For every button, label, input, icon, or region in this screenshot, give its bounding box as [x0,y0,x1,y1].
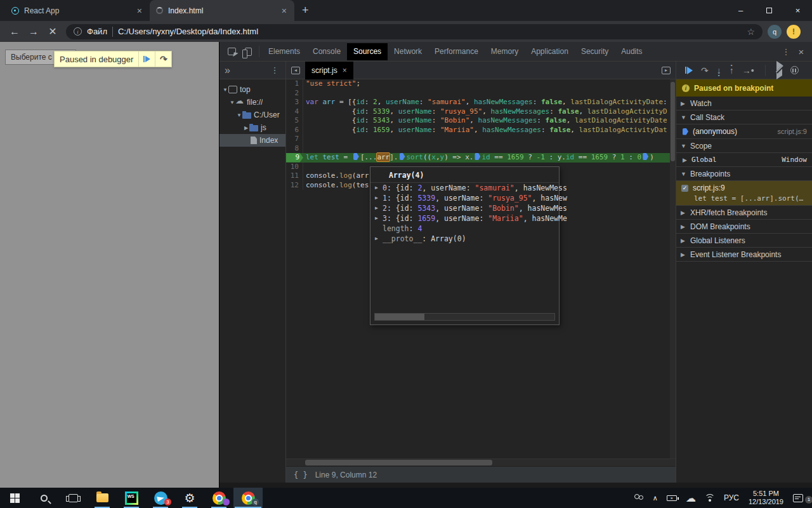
popup-property-row[interactable]: ▶1: {id: 5339, userName: "rusya_95", has… [370,193,559,203]
line-number[interactable]: 7 [286,135,303,144]
code-line[interactable]: 1"use strict"; [286,79,676,89]
tree-item-file[interactable]: ▼file:// [219,96,285,109]
line-number[interactable]: 2 [286,89,303,98]
section-call-stack[interactable]: ▼ Call Stack [676,110,812,124]
resume-script-button[interactable] [138,51,155,67]
tree-item-Index[interactable]: Index [219,134,285,147]
taskbar-search[interactable] [29,488,58,508]
expand-triangle-icon[interactable]: ▶ [375,183,383,193]
devtools-tab-application[interactable]: Application [525,43,575,60]
line-number[interactable]: 11 [286,171,303,181]
open-drawer-icon[interactable]: ▸ [662,67,671,74]
popup-property-row[interactable]: ▶0: {id: 2, userName: "samurai", hasNewM… [370,183,559,193]
section-breakpoints[interactable]: ▼ Breakpoints [676,167,812,181]
pause-on-exceptions-button[interactable] [790,66,799,74]
tray-overflow-icon[interactable]: ∧ [648,494,662,502]
devtools-tab-memory[interactable]: Memory [485,43,525,60]
section-global-listeners[interactable]: ▶Global Listeners [676,234,812,248]
stop-button[interactable]: ✕ [43,25,62,37]
inline-breakpoint-marker[interactable] [475,153,480,160]
section-scope[interactable]: ▼ Scope [676,139,812,153]
code-line[interactable]: 8 [286,144,676,154]
browser-tab[interactable]: Index.html× [150,0,294,21]
minimize-button[interactable]: – [726,0,755,21]
tree-item-top[interactable]: ▼top [219,83,285,96]
step-over-button[interactable]: ↷ [155,51,171,67]
taskbar-chrome-profile-1[interactable] [204,488,233,508]
address-bar[interactable]: i Файл C:/Users/nyxny/Desktop/da/Index.h… [66,24,763,39]
popup-horizontal-scrollbar[interactable] [374,313,555,321]
chevron-down-icon[interactable]: ▼ [229,100,235,105]
close-tab-icon[interactable]: × [136,6,143,16]
taskbar-webstorm[interactable]: WS [117,488,146,508]
devtools-close-button[interactable]: × [796,46,807,57]
line-number[interactable]: 4 [286,107,303,117]
taskbar-file-explorer[interactable] [88,488,117,508]
hide-navigator-icon[interactable]: ◂ [291,67,300,74]
section-watch[interactable]: ▶ Watch [676,97,812,110]
expand-triangle-icon[interactable]: ▶ [375,203,383,213]
devtools-tab-security[interactable]: Security [575,43,615,60]
pretty-print-button[interactable]: { } [294,471,308,479]
scrollbar-thumb[interactable] [671,82,675,161]
hovered-variable[interactable]: arr [377,153,390,161]
breakpoint-entry[interactable]: ✓ script.js:9 let test = [...arr].sort(… [676,181,812,206]
popup-property-row[interactable]: ▶3: {id: 1659, userName: "Mariia", hasNe… [370,213,559,224]
tree-item-js[interactable]: ▶js [219,121,285,134]
device-toolbar-button[interactable] [240,48,256,56]
chevron-down-icon[interactable]: ▼ [236,112,242,118]
expand-triangle-icon[interactable]: ▶ [375,213,383,224]
source-file-tab[interactable]: script.js × [305,62,353,79]
popup-property-row[interactable]: ▶2: {id: 5343, userName: "Bobin", hasNew… [370,203,559,213]
deactivate-breakpoints-button[interactable] [776,65,782,76]
devtools-tab-sources[interactable]: Sources [347,43,388,60]
section-xhr-fetch-breakpoints[interactable]: ▶XHR/fetch Breakpoints [676,206,812,220]
inspect-element-button[interactable] [223,48,240,55]
code-line[interactable]: 9let test = [...arr].sort((x,y) => x.id … [286,153,676,163]
step-out-button[interactable]: ↑ [730,66,734,75]
line-number[interactable]: 1 [286,79,303,89]
back-button[interactable]: ← [5,26,24,37]
line-number[interactable]: 5 [286,116,303,126]
popup-property-row[interactable]: length: 4 [370,224,559,234]
code-line[interactable]: 3var arr = [{id: 2, userName: "samurai",… [286,98,676,107]
navigator-menu-icon[interactable]: ⋮ [269,65,280,75]
devtools-tab-console[interactable]: Console [306,43,347,60]
step-over-button[interactable]: ↷ [701,66,709,75]
taskbar-start[interactable] [0,488,29,508]
code-line[interactable]: 6 {id: 1659, userName: "Mariia", hasNewM… [286,126,676,135]
line-number[interactable]: 9 [286,153,303,163]
new-tab-button[interactable]: + [294,4,317,21]
editor-vertical-scrollbar[interactable] [670,79,676,458]
forward-button[interactable]: → [24,26,43,37]
navigator-overflow-button[interactable]: » [225,65,230,76]
browser-tab[interactable]: React App× [5,0,150,21]
scrollbar-thumb[interactable] [305,460,492,465]
devtools-tab-network[interactable]: Network [388,43,428,60]
frame-location[interactable]: script.js:9 [778,128,807,135]
language-indicator[interactable]: РУС [719,493,743,502]
taskbar-telegram[interactable]: 3 [146,488,175,508]
chevron-right-icon[interactable]: ▶ [243,125,249,131]
taskbar-settings[interactable]: ⚙ [175,488,204,508]
close-tab-icon[interactable]: × [343,66,347,75]
line-number[interactable]: 12 [286,181,303,190]
chevron-down-icon[interactable]: ▼ [222,87,228,93]
taskbar-chrome-profile-2[interactable]: q [233,488,263,508]
people-icon[interactable] [629,494,648,502]
browser-menu-badge[interactable]: ! [787,25,801,39]
battery-icon[interactable]: × [662,495,681,501]
step-button[interactable]: →• [742,66,754,75]
devtools-menu-icon[interactable]: ⋮ [780,47,792,57]
tree-item-CUser[interactable]: ▼C:/User [219,109,285,121]
call-stack-frame[interactable]: (anonymous) script.js:9 [676,124,812,139]
expand-triangle-icon[interactable]: ▶ [375,193,383,203]
expand-triangle-icon[interactable]: ▶ [375,234,383,244]
action-center-icon[interactable]: 1 [789,494,812,502]
page-info-icon[interactable]: i [74,27,82,36]
inline-breakpoint-marker[interactable] [643,153,648,160]
section-dom-breakpoints[interactable]: ▶DOM Breakpoints [676,220,812,234]
inline-breakpoint-marker[interactable] [400,153,405,160]
restore-button[interactable] [755,0,783,21]
step-into-button[interactable]: ↓ [717,66,721,75]
